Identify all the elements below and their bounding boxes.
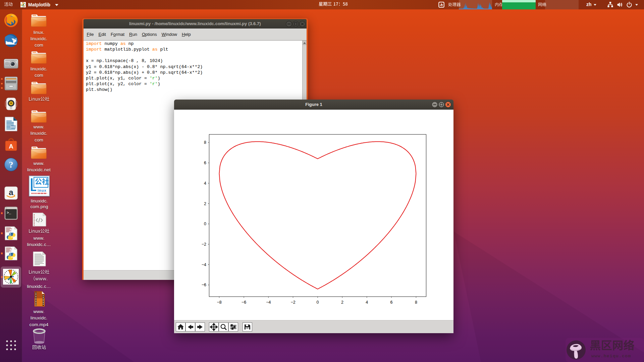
svg-text:2: 2 (341, 300, 343, 305)
svg-text:−2: −2 (202, 242, 206, 247)
svg-text:4: 4 (204, 181, 206, 186)
svg-text:a: a (9, 188, 13, 197)
svg-text:2: 2 (204, 201, 206, 206)
svg-text:4: 4 (366, 300, 368, 305)
svg-text:−6: −6 (241, 300, 246, 305)
svg-text:8: 8 (204, 140, 206, 145)
svg-text:−4: −4 (202, 262, 206, 267)
svg-text:−6: −6 (202, 283, 206, 287)
svg-text:>_: >_ (7, 211, 11, 215)
svg-text:−2: −2 (290, 300, 295, 305)
svg-text:0: 0 (317, 300, 319, 305)
svg-text:6: 6 (390, 300, 393, 305)
svg-text:?: ? (9, 160, 13, 170)
svg-text:A: A (9, 143, 13, 150)
svg-text:−4: −4 (266, 300, 271, 305)
svg-text:−8: −8 (217, 300, 221, 305)
svg-text:8: 8 (415, 300, 417, 305)
svg-text:0: 0 (204, 222, 206, 226)
svg-text:6: 6 (204, 161, 206, 165)
